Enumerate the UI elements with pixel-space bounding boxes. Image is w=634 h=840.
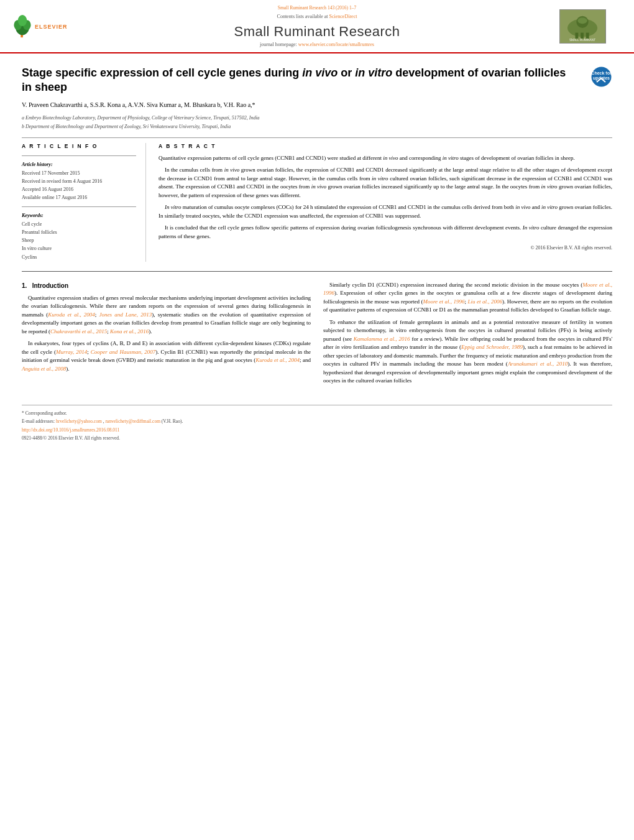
body-left-col: 1. Introduction Quantitative expression … <box>22 281 311 389</box>
ref-kona[interactable]: Kona et al., 2016 <box>110 328 149 335</box>
right-para1: Similarly cyclin D1 (CCND1) expression i… <box>323 281 612 315</box>
body-columns: 1. Introduction Quantitative expression … <box>22 281 612 389</box>
email2-link[interactable]: ranvelichety@rediffmail.com <box>105 418 160 424</box>
abstract-para3: In vitro maturation of cumulus oocyte co… <box>158 203 612 220</box>
abstract-para4: It is concluded that the cell cycle gene… <box>158 224 612 241</box>
abstract-para1: Quantitative expression patterns of cell… <box>158 154 612 163</box>
body-right-col: Similarly cyclin D1 (CCND1) expression i… <box>323 281 612 389</box>
divider-1 <box>22 137 612 138</box>
page-wrapper: ELSEVIER Small Ruminant Research 143 (20… <box>0 0 634 456</box>
keyword-3: Sheep <box>22 237 136 244</box>
history-label: Article history: <box>22 161 136 168</box>
ref-eppig[interactable]: Eppig and Schroeder, 1989 <box>461 344 523 350</box>
elsevier-logo-area: ELSEVIER <box>12 15 75 39</box>
affiliation-b: b Department of Biotechnology and Depart… <box>22 123 612 130</box>
journal-homepage: journal homepage: www.elsevier.com/locat… <box>75 41 559 48</box>
ref-kuroda[interactable]: Kuroda et al., 2004 <box>48 312 95 318</box>
homepage-url[interactable]: www.elsevier.com/locate/smallrumres <box>298 42 374 47</box>
email1-link[interactable]: hrvelichety@yahoo.com <box>56 418 102 424</box>
accepted-date: Accepted 16 August 2016 <box>22 186 136 193</box>
article-content: Stage specific expression of cell cycle … <box>0 53 634 456</box>
contents-list-label: Contents lists available at ScienceDirec… <box>75 13 559 20</box>
keyword-2: Preantral follicles <box>22 229 136 236</box>
svg-point-11 <box>577 18 587 24</box>
journal-logo-right: SMALL RUMINANT <box>559 9 622 44</box>
keyword-5: Cyclins <box>22 254 136 261</box>
ref-murray[interactable]: Murray, 2014 <box>56 349 87 355</box>
right-para2: To enhance the utilization of female ger… <box>323 318 612 385</box>
keyword-4: In vitro culture <box>22 245 136 252</box>
keywords-divider <box>22 206 136 207</box>
ref-cooper[interactable]: Cooper and Hausman, 2007 <box>91 349 155 355</box>
body-section: 1. Introduction Quantitative expression … <box>22 281 612 389</box>
article-footer: * Corresponding author. E-mail addresses… <box>22 405 612 442</box>
email-label: E-mail addresses: <box>22 418 55 424</box>
svg-text:Check for: Check for <box>591 71 612 75</box>
doi-link[interactable]: http://dx.doi.org/10.1016/j.smallrumres.… <box>22 427 119 433</box>
article-title: Stage specific expression of cell cycle … <box>22 66 590 95</box>
ref-jones[interactable]: Jones and Lane, 2013 <box>99 312 152 318</box>
journal-title: Small Ruminant Research <box>75 22 559 42</box>
corresponding-author-note: * Corresponding author. <box>22 410 612 417</box>
journal-volume-label: Small Ruminant Research 143 (2016) 1–7 <box>75 5 559 12</box>
title-part1: Stage specific expression of cell cycle … <box>22 67 302 79</box>
keywords-label: Keywords: <box>22 212 136 219</box>
crossmark-container[interactable]: Check for updates <box>590 66 612 90</box>
header-center: Small Ruminant Research 143 (2016) 1–7 C… <box>75 5 559 48</box>
article-info-label: A R T I C L E I N F O <box>22 143 136 150</box>
abstract-section: A B S T R A C T Quantitative expression … <box>158 143 612 262</box>
intro-para1: Quantitative expression studies of genes… <box>22 294 311 336</box>
homepage-label: journal homepage: <box>260 42 297 47</box>
ref-arunakumari[interactable]: Arunakumari et al., 2010 <box>508 361 567 367</box>
doi-line: http://dx.doi.org/10.1016/j.smallrumres.… <box>22 427 612 434</box>
article-info-left: A R T I C L E I N F O Article history: R… <box>22 143 146 262</box>
intro-title: Introduction <box>32 282 68 289</box>
intro-para2: In eukaryotes, four types of cyclins (A,… <box>22 339 311 373</box>
intro-heading: 1. Introduction <box>22 281 311 290</box>
section-divider <box>22 271 612 272</box>
intro-number: 1. <box>22 282 27 289</box>
title-italic2: in vitro <box>355 67 392 79</box>
svg-rect-10 <box>586 33 589 39</box>
copyright-line: © 2016 Elsevier B.V. All rights reserved… <box>158 244 612 252</box>
ruminant-logo-svg: SMALL RUMINANT <box>559 10 606 43</box>
revised-date: Received in revised form 4 August 2016 <box>22 178 136 185</box>
svg-rect-8 <box>575 33 578 39</box>
article-info-row: A R T I C L E I N F O Article history: R… <box>22 143 612 262</box>
article-title-section: Stage specific expression of cell cycle … <box>22 66 612 95</box>
abstract-label: A B S T R A C T <box>158 143 612 150</box>
ref-chakravarthi[interactable]: Chakravarthi et al., 2015 <box>50 328 107 335</box>
abstract-text: Quantitative expression patterns of cell… <box>158 154 612 252</box>
and-text: and <box>303 357 311 363</box>
ref-anguita[interactable]: Anguita et al., 2008 <box>22 366 66 372</box>
ref-moore96b[interactable]: Moore et al., 1996 <box>423 298 464 305</box>
elsevier-tree-icon <box>12 15 32 39</box>
small-ruminant-logo: SMALL RUMINANT <box>559 9 606 44</box>
email-line: E-mail addresses: hrvelichety@yahoo.com … <box>22 418 612 425</box>
ref-kuroda2[interactable]: Kuroda et al., 2004 <box>255 357 300 363</box>
available-date: Available online 17 August 2016 <box>22 194 136 201</box>
svg-text:SMALL RUMINANT: SMALL RUMINANT <box>569 39 595 42</box>
elsevier-brand-text: ELSEVIER <box>35 23 68 31</box>
received-date: Received 17 November 2015 <box>22 170 136 177</box>
elsevier-logo: ELSEVIER <box>12 15 75 39</box>
keyword-1: Cell cycle <box>22 221 136 228</box>
ref-kamalamma[interactable]: Kamalamma et al., 2016 <box>354 336 410 342</box>
ref-moore96[interactable]: Moore et al., 1996 <box>323 282 612 297</box>
sciencedirect-text[interactable]: ScienceDirect <box>329 14 357 19</box>
svg-point-4 <box>18 15 27 26</box>
journal-header: ELSEVIER Small Ruminant Research 143 (20… <box>0 0 634 53</box>
affiliations: a Embryo Biotechnology Laboratory, Depar… <box>22 114 612 129</box>
title-italic1: in vivo <box>302 67 338 79</box>
authors-line: V. Praveen Chakravarthi a, S.S.R. Kona a… <box>22 101 612 109</box>
email-suffix: (V.H. Rao). <box>162 418 183 424</box>
contents-text: Contents lists available at <box>277 14 328 19</box>
title-part2: or <box>338 67 355 79</box>
info-divider <box>22 155 136 156</box>
svg-rect-9 <box>581 33 584 39</box>
abstract-para2: In the cumulus cells from in vivo grown … <box>158 166 612 200</box>
ref-liu[interactable]: Liu et al., 2006 <box>468 298 502 305</box>
crossmark-icon: Check for updates <box>590 66 612 88</box>
affiliation-a: a Embryo Biotechnology Laboratory, Depar… <box>22 114 612 121</box>
issn-line: 0921-4488/© 2016 Elsevier B.V. All right… <box>22 435 612 442</box>
